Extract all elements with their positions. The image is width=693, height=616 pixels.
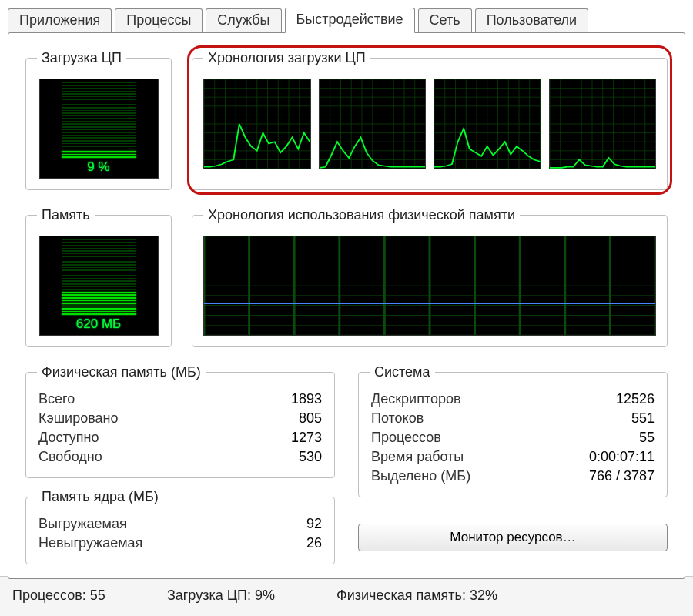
cpu-usage-legend: Загрузка ЦП bbox=[37, 50, 126, 66]
sys-threads-label: Потоков bbox=[371, 410, 424, 427]
cpu-usage-value: 9 % bbox=[40, 159, 158, 175]
kernel-paged-label: Выгружаемая bbox=[38, 516, 127, 532]
memory-usage-meter: 620 МБ bbox=[39, 236, 159, 336]
status-memory: Физическая память: 32% bbox=[336, 588, 497, 604]
sys-handles-label: Дескрипторов bbox=[371, 391, 461, 407]
kernel-paged-value: 92 bbox=[306, 516, 322, 532]
kernel-nonpaged-label: Невыгружаемая bbox=[38, 535, 142, 551]
cpu-history-graph-3 bbox=[549, 79, 657, 169]
phys-cached-label: Кэшировано bbox=[38, 410, 119, 427]
cpu-history-graph-0 bbox=[203, 79, 311, 169]
memory-usage-legend: Память bbox=[37, 207, 95, 223]
task-manager-window: Приложения Процессы Службы Быстродействи… bbox=[0, 0, 693, 616]
phys-cached-value: 805 bbox=[299, 410, 322, 427]
phys-available-value: 1273 bbox=[291, 430, 322, 446]
memory-usage-group: Память 620 МБ bbox=[25, 207, 172, 347]
tabs: Приложения Процессы Службы Быстродействи… bbox=[0, 0, 693, 33]
phys-total-value: 1893 bbox=[291, 391, 322, 407]
memory-history-graph-wrap bbox=[203, 236, 656, 336]
memory-history-legend: Хронология использования физической памя… bbox=[203, 207, 520, 223]
phys-total-label: Всего bbox=[38, 391, 75, 407]
status-processes: Процессов: 55 bbox=[12, 588, 105, 604]
system-legend: Система bbox=[370, 364, 435, 380]
phys-available-label: Доступно bbox=[38, 430, 99, 446]
kernel-nonpaged-value: 26 bbox=[306, 535, 322, 551]
tab-processes[interactable]: Процессы bbox=[115, 8, 203, 33]
cpu-history-group: Хронология загрузки ЦП bbox=[192, 50, 668, 190]
sys-uptime-value: 0:00:07:11 bbox=[589, 449, 654, 465]
physical-memory-legend: Физическая память (МБ) bbox=[37, 364, 206, 380]
memory-usage-value: 620 МБ bbox=[40, 316, 158, 332]
kernel-memory-group: Память ядра (МБ) Выгружаемая92 Невыгружа… bbox=[25, 489, 335, 564]
status-bar: Процессов: 55 Загрузка ЦП: 9% Физическая… bbox=[0, 576, 693, 616]
tab-performance[interactable]: Быстродействие bbox=[285, 8, 415, 33]
status-cpu: Загрузка ЦП: 9% bbox=[167, 588, 275, 604]
cpu-history-graphs bbox=[203, 79, 656, 169]
system-group: Система Дескрипторов12526 Потоков551 Про… bbox=[358, 364, 668, 497]
physical-memory-group: Физическая память (МБ) Всего1893 Кэширов… bbox=[25, 364, 335, 478]
tab-applications[interactable]: Приложения bbox=[8, 8, 112, 33]
kernel-memory-legend: Память ядра (МБ) bbox=[37, 489, 163, 505]
tab-network[interactable]: Сеть bbox=[418, 8, 472, 33]
cpu-usage-meter: 9 % bbox=[39, 79, 159, 179]
sys-commit-label: Выделено (МБ) bbox=[371, 468, 470, 484]
tab-services[interactable]: Службы bbox=[206, 8, 281, 33]
phys-free-value: 530 bbox=[299, 449, 322, 465]
cpu-history-legend: Хронология загрузки ЦП bbox=[203, 50, 370, 66]
cpu-history-graph-2 bbox=[434, 79, 541, 169]
sys-processes-value: 55 bbox=[639, 430, 654, 446]
sys-handles-value: 12526 bbox=[616, 391, 654, 407]
resource-monitor-button[interactable]: Монитор ресурсов… bbox=[358, 524, 668, 551]
sys-processes-label: Процессов bbox=[371, 430, 441, 446]
memory-history-group: Хронология использования физической памя… bbox=[192, 207, 668, 347]
sys-commit-value: 766 / 3787 bbox=[589, 468, 654, 484]
cpu-usage-group: Загрузка ЦП 9 % bbox=[25, 50, 172, 190]
sys-threads-value: 551 bbox=[631, 410, 654, 427]
performance-panel: Загрузка ЦП 9 % Хронология загрузки ЦП bbox=[8, 32, 685, 579]
tab-users[interactable]: Пользователи bbox=[475, 8, 588, 33]
memory-history-graph bbox=[203, 236, 656, 336]
sys-uptime-label: Время работы bbox=[371, 449, 464, 465]
phys-free-label: Свободно bbox=[38, 449, 102, 465]
cpu-history-graph-1 bbox=[319, 79, 427, 169]
